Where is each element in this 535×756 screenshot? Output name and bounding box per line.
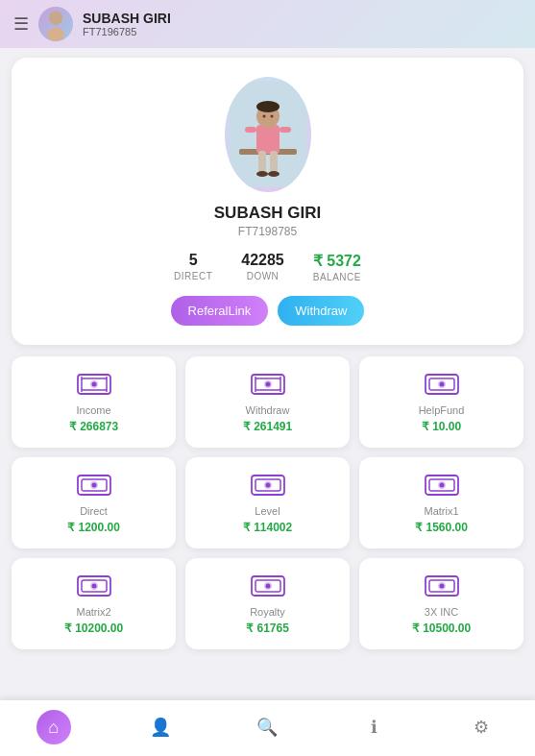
svg-point-38 — [91, 483, 96, 488]
svg-point-34 — [439, 382, 444, 387]
stat-card-level[interactable]: Level ₹ 114002 — [185, 457, 350, 549]
profile-photo — [225, 77, 311, 192]
level-label: Level — [255, 505, 280, 517]
royalty-label: Royalty — [250, 606, 285, 618]
helpfund-value: ₹ 10.00 — [422, 420, 461, 433]
stats-grid-row3: Matrix2 ₹ 10200.00 Royalty ₹ 61765 — [12, 558, 523, 649]
main-content: SUBASH GIRI FT7198785 5 DIRECT 42285 DOW… — [0, 48, 535, 726]
svg-point-58 — [439, 584, 444, 589]
svg-point-50 — [91, 584, 96, 589]
svg-rect-5 — [258, 151, 266, 172]
matrix1-icon — [424, 471, 460, 500]
stat-balance-value: ₹ 5372 — [313, 252, 361, 270]
stat-card-withdraw[interactable]: Withdraw ₹ 261491 — [185, 356, 350, 448]
royalty-value: ₹ 61765 — [246, 622, 289, 635]
stat-down-label: DOWN — [247, 271, 280, 281]
nav-settings[interactable]: ⚙ — [457, 708, 505, 746]
header: ☰ SUBASH GIRI FT7196785 — [0, 0, 535, 48]
nav-search[interactable]: 🔍 — [243, 708, 291, 746]
svg-point-18 — [91, 382, 96, 387]
stat-card-matrix2[interactable]: Matrix2 ₹ 10200.00 — [12, 558, 176, 649]
matrix2-value: ₹ 10200.00 — [64, 622, 123, 635]
direct-label: Direct — [80, 505, 108, 517]
3xinc-value: ₹ 10500.00 — [412, 622, 471, 635]
search-icon: 🔍 — [250, 710, 284, 744]
referral-link-button[interactable]: ReferalLink — [171, 296, 269, 326]
menu-icon[interactable]: ☰ — [13, 13, 29, 35]
stat-down: 42285 DOWN — [241, 252, 284, 281]
3xinc-icon — [424, 572, 460, 600]
bottom-navigation: ⌂ 👤 🔍 ℹ ⚙ — [0, 700, 535, 756]
income-label: Income — [76, 404, 110, 416]
info-icon: ℹ — [357, 710, 392, 744]
stat-direct-value: 5 — [189, 252, 198, 269]
matrix1-value: ₹ 1560.00 — [415, 521, 468, 534]
header-username: SUBASH GIRI — [83, 11, 171, 26]
svg-rect-11 — [245, 127, 256, 133]
nav-home[interactable]: ⌂ — [30, 708, 78, 746]
svg-point-10 — [270, 115, 273, 118]
svg-rect-6 — [270, 151, 278, 172]
stat-card-royalty[interactable]: Royalty ₹ 61765 — [185, 558, 350, 649]
profile-id: FT7198785 — [238, 225, 297, 238]
stat-balance-label: BALANCE — [313, 272, 361, 282]
svg-rect-4 — [256, 125, 280, 154]
income-value: ₹ 266873 — [69, 420, 118, 433]
royalty-icon — [250, 572, 286, 600]
profile-actions: ReferalLink Withdraw — [171, 296, 365, 326]
withdraw-button[interactable]: Withdraw — [278, 296, 364, 326]
stat-card-direct[interactable]: Direct ₹ 1200.00 — [12, 457, 176, 549]
stat-direct: 5 DIRECT — [174, 252, 212, 281]
profile-name: SUBASH GIRI — [214, 204, 321, 223]
profile-card: SUBASH GIRI FT7198785 5 DIRECT 42285 DOW… — [12, 58, 523, 345]
svg-point-9 — [262, 115, 265, 118]
svg-point-0 — [49, 12, 62, 25]
stat-down-value: 42285 — [241, 252, 284, 269]
direct-icon — [76, 471, 112, 500]
svg-point-46 — [439, 483, 444, 488]
nav-info[interactable]: ℹ — [351, 708, 399, 746]
header-avatar — [38, 7, 73, 41]
direct-value: ₹ 1200.00 — [67, 521, 120, 534]
matrix1-label: Matrix1 — [424, 505, 458, 517]
stats-grid-row2: Direct ₹ 1200.00 Level ₹ 114002 — [12, 457, 523, 549]
withdraw-value: ₹ 261491 — [243, 420, 292, 433]
income-icon — [76, 370, 112, 399]
svg-point-14 — [268, 171, 280, 177]
svg-point-8 — [256, 101, 280, 112]
settings-icon: ⚙ — [464, 710, 499, 744]
header-userid: FT7196785 — [83, 26, 171, 37]
helpfund-icon — [424, 370, 460, 399]
svg-point-26 — [265, 382, 270, 387]
helpfund-label: HelpFund — [419, 404, 465, 416]
nav-user[interactable]: 👤 — [136, 708, 184, 746]
stat-direct-label: DIRECT — [174, 271, 212, 281]
3xinc-label: 3X INC — [425, 606, 458, 618]
stats-grid-row1: Income ₹ 266873 Withdraw ₹ 261491 — [12, 356, 523, 448]
withdraw-icon — [250, 370, 286, 399]
stat-card-3xinc[interactable]: 3X INC ₹ 10500.00 — [359, 558, 523, 649]
matrix2-icon — [76, 572, 112, 600]
svg-point-42 — [265, 483, 270, 488]
stat-balance: ₹ 5372 BALANCE — [313, 252, 361, 282]
level-icon — [250, 471, 286, 500]
withdraw-label: Withdraw — [246, 404, 290, 416]
svg-point-13 — [256, 171, 268, 177]
stat-card-matrix1[interactable]: Matrix1 ₹ 1560.00 — [359, 457, 523, 549]
home-icon: ⌂ — [36, 710, 71, 744]
user-icon: 👤 — [143, 710, 178, 744]
stat-card-income[interactable]: Income ₹ 266873 — [12, 356, 176, 448]
svg-point-54 — [265, 584, 270, 589]
matrix2-label: Matrix2 — [76, 606, 110, 618]
profile-stats: 5 DIRECT 42285 DOWN ₹ 5372 BALANCE — [174, 252, 361, 282]
svg-rect-12 — [280, 127, 291, 133]
stat-card-helpfund[interactable]: HelpFund ₹ 10.00 — [359, 356, 523, 448]
level-value: ₹ 114002 — [243, 521, 292, 534]
header-user-info: SUBASH GIRI FT7196785 — [83, 11, 171, 37]
svg-point-1 — [47, 28, 64, 41]
